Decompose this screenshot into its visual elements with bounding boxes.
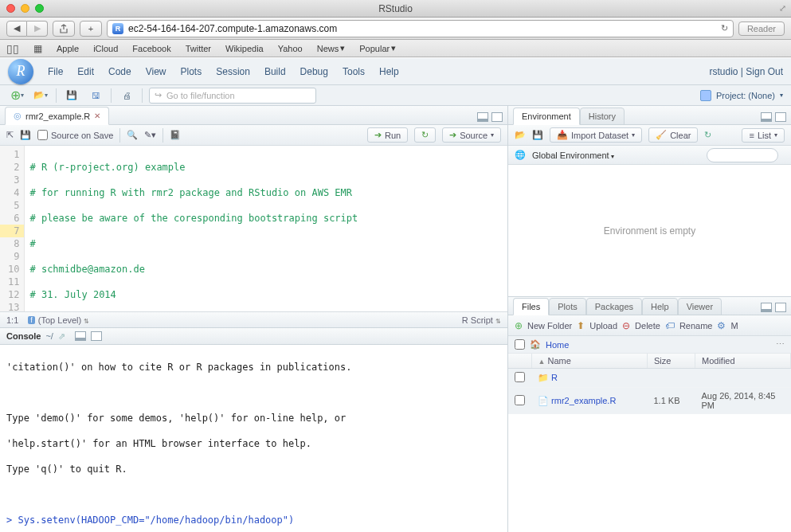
load-workspace-icon[interactable]: 📂: [515, 130, 526, 140]
signout-link[interactable]: Sign Out: [746, 66, 783, 77]
bookmark-yahoo[interactable]: Yahoo: [278, 44, 303, 53]
forward-button[interactable]: ▶: [27, 21, 48, 37]
console[interactable]: 'citation()' on how to cite R or R packa…: [0, 345, 507, 532]
files-maximize-icon[interactable]: [775, 303, 786, 312]
new-tab-button[interactable]: +: [80, 21, 102, 37]
reading-list-icon[interactable]: ▦: [33, 43, 42, 54]
env-maximize-icon[interactable]: [775, 112, 786, 122]
reload-icon[interactable]: ↻: [721, 23, 728, 33]
tab-files[interactable]: Files: [513, 298, 549, 315]
menu-help[interactable]: Help: [379, 66, 399, 77]
bookmark-popular[interactable]: Popular ▾: [359, 43, 396, 53]
minimize-pane-icon[interactable]: [477, 112, 488, 122]
upload-button[interactable]: Upload: [589, 321, 617, 331]
col-name[interactable]: ▲ Name: [531, 354, 648, 369]
tab-environment[interactable]: Environment: [513, 108, 580, 125]
env-view-mode[interactable]: ≡List▾: [742, 128, 785, 143]
save-button[interactable]: 💾: [63, 88, 80, 104]
popout-icon[interactable]: ⇱: [6, 130, 14, 140]
menu-tools[interactable]: Tools: [343, 66, 365, 77]
menu-edit[interactable]: Edit: [77, 66, 94, 77]
tab-packages[interactable]: Packages: [586, 298, 642, 315]
menu-view[interactable]: View: [146, 66, 166, 77]
source-button[interactable]: ➔Source ▾: [442, 127, 501, 143]
project-label[interactable]: Project: (None): [716, 91, 775, 100]
import-dataset-button[interactable]: 📥Import Dataset▾: [550, 127, 642, 143]
menu-file[interactable]: File: [48, 66, 63, 77]
source-tab[interactable]: ◎ rmr2_example.R ✕: [5, 107, 109, 125]
reader-button[interactable]: Reader: [738, 22, 785, 36]
user-label: rstudio: [709, 66, 738, 77]
more-button[interactable]: M: [730, 321, 738, 331]
print-button[interactable]: 🖨: [118, 88, 135, 104]
bookmark-twitter[interactable]: Twitter: [186, 44, 211, 53]
rename-button[interactable]: Rename: [679, 321, 713, 331]
menu-debug[interactable]: Debug: [300, 66, 328, 77]
menu-code[interactable]: Code: [108, 66, 131, 77]
fullscreen-icon[interactable]: ⤢: [779, 3, 786, 14]
console-wd: ~/: [45, 331, 53, 341]
global-env-icon: 🌐: [515, 150, 526, 160]
menu-build[interactable]: Build: [264, 66, 286, 77]
files-body-spacer: [508, 414, 791, 532]
menu-plots[interactable]: Plots: [181, 66, 202, 77]
filetype-label[interactable]: R Script ⇅: [462, 315, 501, 325]
rstudio-logo-icon: R: [8, 59, 33, 84]
save-all-button[interactable]: 🖫: [87, 88, 104, 104]
menu-session[interactable]: Session: [216, 66, 250, 77]
console-minimize-icon[interactable]: [75, 331, 86, 341]
bookmark-facebook[interactable]: Facebook: [132, 44, 170, 53]
rerun-button[interactable]: ↻: [414, 127, 436, 143]
bookmarks-icon[interactable]: ▯▯: [6, 42, 19, 55]
env-minimize-icon[interactable]: [761, 112, 772, 122]
col-modified[interactable]: Modified: [695, 354, 791, 369]
wand-icon[interactable]: ✎▾: [144, 130, 156, 140]
bookmark-apple[interactable]: Apple: [57, 44, 79, 53]
console-maximize-icon[interactable]: [91, 331, 102, 341]
tab-history[interactable]: History: [580, 108, 625, 125]
save-file-button[interactable]: 💾: [20, 130, 31, 140]
save-workspace-icon[interactable]: 💾: [532, 130, 543, 140]
table-row[interactable]: 📄 rmr2_example.R 1.1 KB Aug 26, 2014, 8:…: [508, 388, 791, 414]
select-all-checkbox[interactable]: [515, 339, 525, 350]
files-menu-icon[interactable]: ⋯: [776, 339, 785, 350]
scope-label[interactable]: (Top Level) ⇅: [38, 315, 89, 325]
tab-help[interactable]: Help: [642, 298, 678, 315]
open-file-button[interactable]: 📂▾: [32, 88, 49, 104]
env-toolbar: 📂 💾 📥Import Dataset▾ 🧹Clear ↻ ≡List▾: [508, 125, 791, 146]
notebook-icon[interactable]: 📓: [170, 130, 181, 140]
env-search-input[interactable]: [707, 148, 778, 162]
clear-button[interactable]: 🧹Clear: [648, 127, 698, 143]
bookmark-news[interactable]: News ▾: [317, 43, 346, 53]
files-minimize-icon[interactable]: [761, 303, 772, 312]
breadcrumb-home[interactable]: Home: [546, 340, 569, 350]
home-icon[interactable]: 🏠: [530, 339, 541, 350]
tab-viewer[interactable]: Viewer: [678, 298, 722, 315]
maximize-pane-icon[interactable]: [491, 112, 503, 122]
console-header: Console ~/ ⇗: [0, 327, 507, 345]
find-icon[interactable]: 🔍: [127, 130, 138, 140]
goto-file-input[interactable]: ↪ Go to file/function: [149, 88, 316, 104]
env-scope-selector[interactable]: Global Environment ▾: [532, 151, 614, 160]
console-wd-icon[interactable]: ⇗: [58, 331, 65, 342]
delete-button[interactable]: Delete: [635, 321, 660, 331]
close-tab-icon[interactable]: ✕: [94, 111, 100, 120]
code-editor[interactable]: 12345678910111213 # R (r-project.org) ex…: [0, 146, 507, 311]
new-file-button[interactable]: ⊕▾: [8, 88, 25, 104]
source-on-save-checkbox[interactable]: Source on Save: [37, 130, 113, 140]
col-size[interactable]: Size: [648, 354, 695, 369]
bookmark-icloud[interactable]: iCloud: [93, 44, 118, 53]
run-button[interactable]: ➔Run: [367, 127, 408, 143]
rstudio-toolbar: ⊕▾ 📂▾ 💾 🖫 🖨 ↪ Go to file/function Projec…: [0, 85, 791, 106]
back-button[interactable]: ◀: [6, 21, 27, 37]
share-button[interactable]: [53, 21, 75, 37]
tab-plots[interactable]: Plots: [549, 298, 585, 315]
editor-gutter: 12345678910111213: [0, 146, 25, 311]
more-icon[interactable]: ⚙: [717, 320, 726, 331]
bookmark-wikipedia[interactable]: Wikipedia: [225, 44, 264, 53]
table-row[interactable]: 📁 R: [508, 369, 791, 388]
editor-content[interactable]: # R (r-project.org) example # for runnin…: [25, 146, 477, 311]
url-bar[interactable]: R ec2-54-164-164-207.compute-1.amazonaws…: [107, 20, 734, 37]
new-folder-button[interactable]: New Folder: [527, 321, 572, 331]
refresh-env-icon[interactable]: ↻: [704, 130, 711, 140]
